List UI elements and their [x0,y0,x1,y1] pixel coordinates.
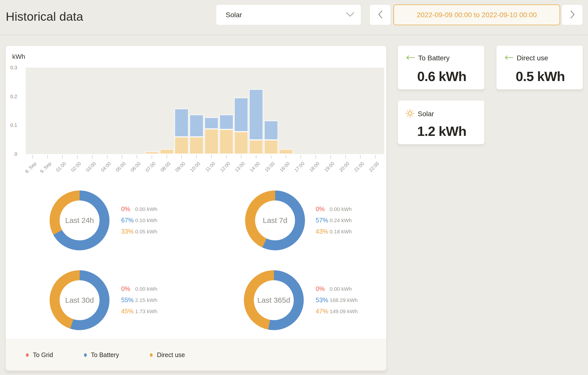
bar-segment-to-battery [204,117,218,129]
x-tick-label: 21:00 [353,161,365,173]
next-date-button[interactable] [562,4,583,25]
x-tick [167,155,167,159]
stacked-bar [160,149,174,154]
stacked-bar [264,121,278,154]
donut-stats: 0%0.00 kWh57%0.24 kWh43%0.18 kWh [316,203,410,237]
donut-chart: Last 30d [50,270,109,330]
stat-value: 168.29 kWh [330,297,358,303]
x-tick-label: 03:00 [85,161,97,173]
bar-segment-to-battery [219,115,233,129]
stat-value: 0.00 kWh [330,286,352,292]
x-tick-label: 14:00 [249,161,261,173]
stat-percent: 0% [316,205,330,213]
stat-row: 33%0.05 kWh [121,226,216,237]
y-axis-tick-label: 0 [6,151,17,157]
donut-period-label: Last 24h [50,190,109,250]
sun-icon [405,109,414,119]
stat-value: 0.00 kWh [330,206,352,212]
stat-row: 55%2.15 kWh [121,294,216,306]
x-tick [181,155,182,159]
source-select[interactable]: Solar [216,4,361,25]
legend-label: To Battery [91,351,119,359]
legend-item-to-grid[interactable]: To Grid [26,351,53,359]
stat-row: 53%168.29 kWh [316,294,410,306]
bar-segment-direct-use [190,137,203,154]
x-tick [330,155,331,159]
stat-value: 0.00 kWh [135,286,157,292]
stat-value: 0.10 kWh [135,217,157,223]
x-tick-label: 20:00 [338,161,350,173]
stat-value: 0.05 kWh [135,229,157,235]
x-tick-label: 17:00 [294,161,306,173]
arrow-left-icon [405,55,415,61]
prev-date-button[interactable] [370,4,391,25]
x-tick [360,155,361,159]
donut-period-label: Last 30d [50,270,109,330]
x-tick [271,155,271,159]
x-tick [92,155,93,159]
plot-area [26,68,384,154]
x-tick-label: 16:00 [279,161,291,173]
stat-percent: 43% [316,228,330,235]
card-label: Direct use [517,54,548,62]
donut-chart: Last 24h [50,190,109,250]
x-tick [345,155,346,159]
bar-segment-direct-use [249,140,263,154]
legend-item-direct-use[interactable]: Direct use [150,351,185,359]
donut-period-label: Last 365d [244,270,304,330]
y-axis-tick-label: 0.2 [6,93,17,100]
source-select-value: Solar [226,11,242,19]
bar-segment-to-battery [190,115,203,137]
stat-row: 57%0.24 kWh [316,215,410,226]
solar-card: Solar 1.2 kWh [398,100,485,144]
x-tick-label: 8. Sep [24,161,37,174]
x-tick-label: 05:00 [115,161,127,173]
historical-chart-card: kWh 0.3 0.2 0.1 0 8. Sep9. Sep01:0002:00… [5,46,387,371]
x-tick-label: 13:00 [234,161,246,173]
stat-value: 149.09 kWh [330,308,358,314]
stat-row: 45%1.73 kWh [121,306,216,317]
x-tick [77,155,78,159]
date-range-text: 2022-09-09 00:00 to 2022-09-10 00:00 [417,11,537,19]
stat-row: 47%149.09 kWh [316,306,410,317]
x-tick-label: 01:00 [55,161,67,173]
arrow-left-icon [504,55,513,61]
stat-row: 0%0.00 kWh [316,203,410,215]
x-tick [226,155,227,159]
legend-item-to-battery[interactable]: To Battery [84,351,119,359]
x-tick [241,155,241,159]
x-tick [315,155,316,159]
stat-percent: 0% [121,285,135,292]
to-battery-dot-icon [84,353,87,357]
page-header: Historical data Solar 2022-09-09 00:00 t… [0,0,588,35]
stat-value: 2.15 kWh [135,297,157,303]
stacked-bar [145,152,159,154]
bar-segment-to-battery [249,89,263,140]
chevron-left-icon [378,9,383,20]
stacked-bar [234,98,248,154]
stacked-bar [249,89,263,154]
card-label: To Battery [418,54,450,62]
x-tick [137,155,137,159]
stacked-bar [219,115,233,154]
chevron-right-icon [570,9,575,20]
x-tick-label: 11:00 [204,161,216,173]
stat-row: 0%0.00 kWh [121,203,216,215]
x-tick-label: 9. Sep [39,161,52,174]
stat-percent: 57% [316,217,330,224]
card-value: 1.2 kWh [417,123,466,139]
bar-segment-to-battery [234,98,248,131]
donut-stats: 0%0.00 kWh67%0.10 kWh33%0.05 kWh [121,203,216,237]
x-tick [122,155,122,159]
page-title: Historical data [6,9,83,23]
x-tick-label: 22:00 [368,161,380,173]
stat-percent: 45% [121,308,135,315]
x-tick [211,155,212,159]
x-axis: 8. Sep9. Sep01:0002:0003:0004:0005:0006:… [26,154,384,179]
date-range-button[interactable]: 2022-09-09 00:00 to 2022-09-10 00:00 [393,4,560,25]
donut-stats: 0%0.00 kWh55%2.15 kWh45%1.73 kWh [121,283,216,317]
to-battery-card: To Battery 0.6 kWh [398,45,485,90]
bar-segment-to-battery [175,109,189,137]
stat-row: 43%0.18 kWh [316,226,410,237]
bar-segment-direct-use [204,129,218,154]
